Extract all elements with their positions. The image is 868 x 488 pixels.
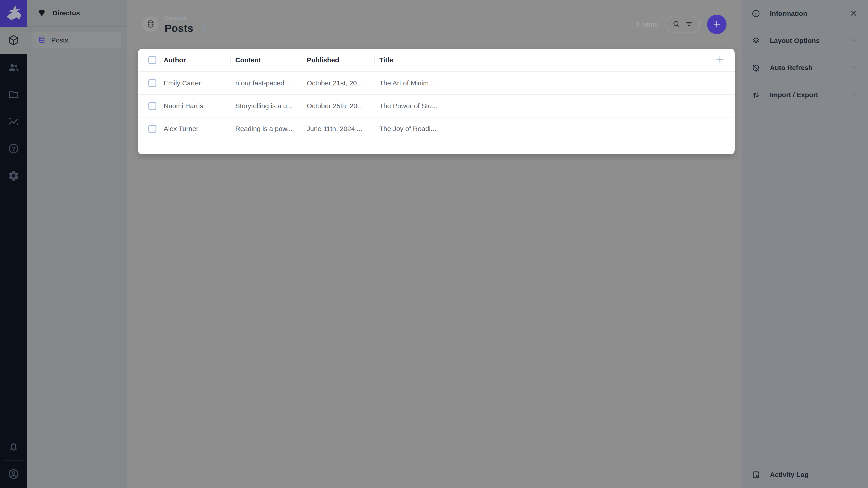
project-header[interactable]: Directus (27, 0, 127, 27)
sidebar-section-label: Layout Options (770, 37, 849, 44)
table-header-row: Author Content Published Title (138, 49, 735, 72)
row-select-cell (138, 118, 164, 140)
database-icon (146, 20, 155, 29)
breadcrumb[interactable]: Content (164, 14, 193, 22)
main-content: Content Posts 3 Items (127, 0, 741, 488)
filter-icon[interactable] (685, 20, 693, 29)
select-all-cell (138, 49, 164, 71)
sidebar-section-information[interactable]: Information (741, 0, 868, 27)
bell-icon (7, 440, 20, 453)
chevron-down-icon[interactable] (849, 90, 858, 100)
table-row[interactable]: Alex Turner Reading is a pow... June 11t… (138, 118, 735, 140)
module-bar-spacer (0, 190, 27, 433)
activity-log-button[interactable]: Activity Log (741, 461, 868, 488)
items-count: 3 Items (636, 21, 658, 28)
collection-icon-button[interactable] (143, 16, 159, 33)
cell-published: October 25th, 20... (302, 102, 374, 110)
bookmark-icon[interactable] (199, 23, 208, 32)
module-insights[interactable] (0, 108, 27, 135)
row-checkbox[interactable] (148, 125, 156, 133)
layers-icon (751, 36, 761, 45)
help-icon: ? (7, 142, 20, 156)
nav-item-label: Posts (51, 36, 68, 44)
module-file-library[interactable] (0, 81, 27, 108)
notifications-button[interactable] (0, 433, 27, 460)
sidebar-section-import-export[interactable]: Import / Export (741, 81, 868, 108)
row-checkbox[interactable] (148, 79, 156, 87)
close-icon[interactable] (849, 8, 858, 19)
info-icon (751, 9, 761, 18)
gear-icon (7, 170, 20, 183)
cell-author: Alex Turner (164, 125, 230, 133)
module-docs[interactable]: ? (0, 135, 27, 163)
collection-table-card: Author Content Published Title Emily Car… (138, 49, 735, 154)
column-header-title[interactable]: Title (374, 56, 446, 64)
module-content[interactable] (0, 27, 27, 54)
page-title: Posts (164, 22, 193, 34)
rabbit-logo-icon (5, 4, 22, 23)
column-header-published[interactable]: Published (302, 56, 374, 64)
cell-title: The Art of Minim... (374, 79, 446, 87)
column-header-content[interactable]: Content (230, 56, 302, 64)
sidebar-section-layout-options[interactable]: Layout Options (741, 27, 868, 54)
right-sidebar: Information Layout Options (741, 0, 868, 488)
add-item-button[interactable] (707, 15, 726, 34)
module-settings[interactable] (0, 163, 27, 190)
title-block: Content Posts (164, 14, 193, 34)
cell-title: The Power of Sto... (374, 102, 446, 110)
search-filter-pill (665, 16, 700, 33)
database-icon (38, 36, 46, 45)
row-select-cell (138, 95, 164, 117)
svg-text:?: ? (12, 145, 16, 152)
activity-log-label: Activity Log (770, 471, 858, 479)
cell-title: The Joy of Readi... (374, 125, 446, 133)
row-select-cell (138, 72, 164, 94)
add-column-cell (446, 54, 735, 66)
column-header-author[interactable]: Author (164, 56, 230, 64)
select-all-checkbox[interactable] (148, 56, 156, 64)
import-export-icon (751, 90, 761, 99)
add-column-icon[interactable] (714, 54, 725, 66)
chevron-down-icon[interactable] (849, 36, 858, 45)
insights-icon (7, 116, 20, 129)
chevron-down-icon[interactable] (849, 63, 858, 72)
account-circle-icon (7, 468, 20, 481)
nav-item-posts[interactable]: Posts (32, 32, 121, 48)
sidebar-section-label: Import / Export (770, 91, 849, 99)
cell-published: June 11th, 2024 ... (302, 125, 374, 133)
account-button[interactable] (0, 461, 27, 488)
search-icon[interactable] (672, 20, 680, 29)
cell-content: Reading is a pow... (230, 125, 302, 133)
row-checkbox[interactable] (148, 102, 156, 110)
sidebar-section-label: Auto Refresh (770, 64, 849, 72)
sync-disabled-icon (751, 63, 761, 72)
sidebar-section-auto-refresh[interactable]: Auto Refresh (741, 54, 868, 81)
people-icon (7, 61, 20, 74)
plus-icon (712, 19, 722, 30)
cell-author: Naomi Harris (164, 102, 230, 110)
project-name: Directus (53, 9, 80, 17)
nav-sidebar: Directus Posts (27, 0, 127, 488)
module-bar: ? (0, 0, 27, 488)
cube-icon (7, 34, 20, 47)
cell-author: Emily Carter (164, 79, 230, 87)
folder-icon (7, 88, 20, 101)
directus-logo[interactable] (0, 0, 27, 27)
cell-content: n our fast-paced ... (230, 79, 302, 87)
sidebar-section-label: Information (770, 10, 849, 18)
cell-published: October 21st, 20... (302, 79, 374, 87)
table-row[interactable]: Emily Carter n our fast-paced ... Octobe… (138, 72, 735, 95)
cell-content: Storytelling is a u... (230, 102, 302, 110)
table-row[interactable]: Naomi Harris Storytelling is a u... Octo… (138, 95, 735, 118)
module-user-directory[interactable] (0, 54, 27, 81)
activity-log-icon (751, 470, 761, 479)
project-fan-icon (37, 7, 47, 19)
page-header: Content Posts 3 Items (127, 0, 741, 49)
